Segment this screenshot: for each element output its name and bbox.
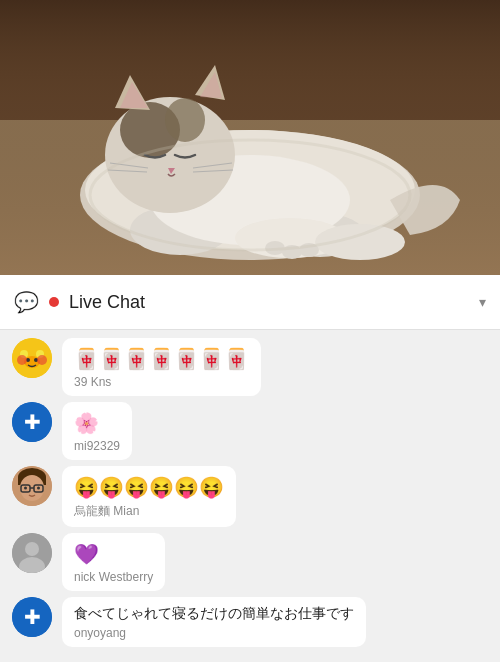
- chevron-down-icon[interactable]: ▾: [479, 294, 486, 310]
- chat-message-emoji: 🀄🀄🀄🀄🀄🀄🀄: [74, 345, 249, 373]
- svg-point-44: [37, 487, 40, 490]
- chat-bubble: 💜 nick Westberry: [62, 533, 165, 591]
- list-item: ✚ 食べてじゃれて寝るだけの簡単なお仕事です onyoyang: [12, 597, 488, 647]
- live-chat-header: 💬 Live Chat ▾: [0, 275, 500, 330]
- chat-username: onyoyang: [74, 626, 354, 640]
- svg-text:✚: ✚: [24, 606, 41, 628]
- avatar: [12, 338, 52, 378]
- list-item: 💜 nick Westberry: [12, 533, 488, 591]
- cat-image: [0, 0, 500, 275]
- avatar: [12, 533, 52, 573]
- svg-point-33: [37, 355, 47, 365]
- svg-text:✚: ✚: [24, 411, 41, 433]
- chat-username: mi92329: [74, 439, 120, 453]
- chat-username: nick Westberry: [74, 570, 153, 584]
- list-item: 🀄🀄🀄🀄🀄🀄🀄 39 Kns: [12, 338, 488, 396]
- svg-point-10: [165, 98, 205, 142]
- chat-message-emoji: 🌸: [74, 409, 120, 437]
- svg-point-32: [17, 355, 27, 365]
- svg-point-43: [24, 487, 27, 490]
- chat-message-text: 食べてじゃれて寝るだけの簡単なお仕事です: [74, 604, 354, 624]
- chat-username: 烏龍麵 Mian: [74, 503, 224, 520]
- svg-point-46: [25, 542, 39, 556]
- chat-message-emoji: 😝😝😝😝😝😝: [74, 473, 224, 501]
- avatar: ✚: [12, 597, 52, 637]
- chat-bubble: 食べてじゃれて寝るだけの簡単なお仕事です onyoyang: [62, 597, 366, 647]
- cat-svg: [0, 0, 500, 275]
- chat-message-emoji: 💜: [74, 540, 153, 568]
- chat-bubble: 😝😝😝😝😝😝 烏龍麵 Mian: [62, 466, 236, 527]
- chat-bubble: 🌸 mi92329: [62, 402, 132, 460]
- header-left: 💬 Live Chat: [14, 290, 145, 314]
- list-item: 😝😝😝😝😝😝 烏龍麵 Mian: [12, 466, 488, 527]
- chat-list: 🀄🀄🀄🀄🀄🀄🀄 39 Kns ✚ 🌸 mi92329: [0, 330, 500, 662]
- chat-bubble-icon: 💬: [14, 290, 39, 314]
- list-item: ✚ 🌸 mi92329: [12, 402, 488, 460]
- avatar: [12, 466, 52, 506]
- live-chat-title: Live Chat: [69, 292, 145, 313]
- avatar: ✚: [12, 402, 52, 442]
- chat-bubble: 🀄🀄🀄🀄🀄🀄🀄 39 Kns: [62, 338, 261, 396]
- live-indicator-dot: [49, 297, 59, 307]
- chat-username: 39 Kns: [74, 375, 249, 389]
